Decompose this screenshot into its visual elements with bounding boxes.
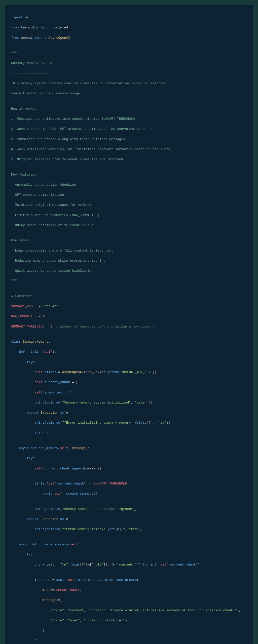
code-line: self.current_chunk = [] [11, 380, 247, 385]
code-line: How it works: [11, 106, 247, 111]
code-line: 4. When retrieving memories, GPT identif… [11, 147, 247, 152]
code-line: await self._create_summary() [11, 491, 247, 496]
code-line: messages=[ [11, 598, 247, 603]
code-line: 3. Summaries are stored along with their… [11, 137, 247, 142]
code-line: - Long conversations where full context … [11, 248, 247, 253]
code-line: self.summaries = [] [11, 390, 247, 395]
code-line: Use cases: [11, 238, 247, 243]
code-line: SUMMARY_THRESHOLD = 5 # Number of messag… [11, 324, 247, 329]
code-line: context while reducing memory usage. [11, 91, 247, 96]
code-line: - Query-based retrieval of relevant chun… [11, 223, 247, 228]
code-line: from openai import AsyncOpenAI [11, 35, 247, 41]
code-line: import os [11, 15, 247, 20]
code-line: {"role": "system", "content": "Create a … [11, 608, 247, 613]
code-line: ) [11, 638, 247, 643]
code-line: model=SUMMARY_MODEL, [11, 588, 247, 593]
code-line: from termcolor import colored [11, 25, 247, 30]
code-line: -------------------- [11, 71, 247, 76]
code-line: Summary Memory System [11, 61, 247, 66]
code-line: This memory system creates concise summa… [11, 81, 247, 86]
code-line: raise e [11, 431, 247, 436]
code-line: except Exception as e: [11, 410, 247, 415]
code-line: except Exception as e: [11, 517, 247, 522]
code-line: - GPT-powered summarization [11, 192, 247, 197]
code-line: print(colored("Memory added successfully… [11, 507, 247, 512]
code-line: Key features: [11, 172, 247, 177]
code-line: # Constants [11, 294, 247, 299]
code-line: 1. Messages are collected into chunks of… [11, 116, 247, 122]
code-line: 5. Original messages from relevant summa… [11, 157, 247, 162]
code-editor: import os from termcolor import colored … [5, 5, 253, 644]
code-line: ] [11, 628, 247, 633]
code-line: try: [11, 552, 247, 557]
code-line: print(colored(f"Error initializing summa… [11, 420, 247, 425]
code-line: class SummaryMemory: [11, 339, 247, 344]
code-line: - Automatic conversation chunking [11, 182, 247, 187]
code-line: - Reducing memory usage while preserving… [11, 258, 247, 263]
code-line: async def _create_summary(self): [11, 542, 247, 547]
code-line: try: [11, 456, 247, 461]
code-line: print(colored("Summary memory system ini… [11, 400, 247, 405]
code-line: if len(self.current_chunk) >= SUMMARY_TH… [11, 481, 247, 486]
code-line: self.client = AsyncOpenAI(api_key=os.get… [11, 370, 247, 375]
code-line: response = await self.client.chat.comple… [11, 578, 247, 583]
code-line: - Limited number of summaries (MAX_SUMMA… [11, 213, 247, 218]
code-line: - Quick access to conversation highlight… [11, 268, 247, 273]
code-line: async def add_memory(self, message): [11, 446, 247, 451]
code-line: print(colored(f"Error adding memory: {st… [11, 527, 247, 532]
code-line: try: [11, 360, 247, 365]
code-line: """ [11, 278, 247, 284]
code-line: 2. When a chunk is full, GPT creates a s… [11, 127, 247, 132]
code-line: def __init__(self): [11, 349, 247, 354]
code-line: self.current_chunk.append(message) [11, 466, 247, 471]
code-line: """ [11, 51, 247, 56]
code-line: - Maintains original messages for contex… [11, 203, 247, 208]
code-line: MAX_SUMMARIES = 10 [11, 314, 247, 319]
code-line: chunk_text = "\n".join([f"{m['role']}: {… [11, 562, 247, 567]
code-line: {"role": "user", "content": chunk_text} [11, 618, 247, 623]
code-line: SUMMARY_MODEL = "gpt-4o" [11, 304, 247, 309]
